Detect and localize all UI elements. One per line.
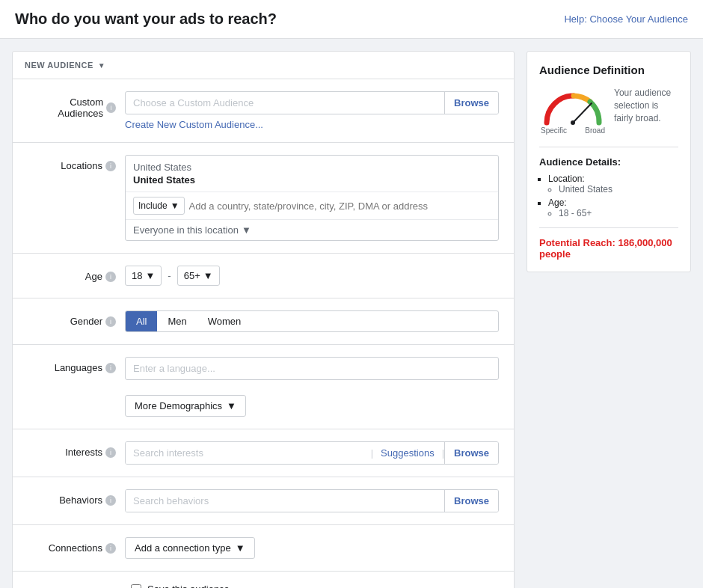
interests-input[interactable] [126,442,371,464]
location-item-bold: United States [133,174,491,186]
save-audience-label: Save this audience [147,584,230,588]
languages-label: Languages i [28,357,125,373]
languages-section: Languages i More Demographics ▼ [13,345,514,429]
new-audience-dropdown-icon[interactable]: ▼ [98,61,105,70]
main-panel: NEW AUDIENCE ▼ Custom Audiences i Browse [12,51,515,588]
custom-audiences-browse-button[interactable]: Browse [444,92,498,114]
interests-control: | Suggestions | Browse [125,441,499,465]
more-demographics-row: More Demographics ▼ [28,388,499,417]
location-search-input[interactable] [189,200,491,212]
custom-audiences-input-group: Browse [125,91,499,114]
age-to-dropdown-icon: ▼ [203,270,213,281]
age-dash: - [168,270,171,281]
interests-info-icon[interactable]: i [105,447,116,458]
audience-details-title: Audience Details: [539,156,678,168]
help-link[interactable]: Help: Choose Your Audience [564,13,688,25]
gender-women-button[interactable]: Women [197,311,252,331]
right-panel: Audience Definition [527,51,691,588]
age-row-controls: 18 ▼ - 65+ ▼ [125,266,499,286]
behaviors-info-icon[interactable]: i [105,495,116,506]
age-row: Age i 18 ▼ - 65+ ▼ [28,266,499,286]
everyone-select[interactable]: Everyone in this location ▼ [133,224,251,236]
custom-audiences-label: Custom Audiences i [28,91,125,119]
age-to-select[interactable]: 65+ ▼ [177,266,220,286]
behaviors-row: Behaviors i Browse [28,489,499,512]
custom-audiences-section: Custom Audiences i Browse Create New Cus… [13,79,514,143]
more-demographics-button[interactable]: More Demographics ▼ [125,395,246,417]
custom-audiences-row: Custom Audiences i Browse Create New Cus… [28,91,499,130]
reach-divider [539,227,678,228]
connections-info-icon[interactable]: i [105,543,116,554]
age-info-icon[interactable]: i [105,272,116,282]
interests-section: Interests i | Suggestions | Browse [13,429,514,477]
behaviors-label: Behaviors i [28,489,125,506]
age-sub-list: 18 - 65+ [548,208,678,218]
interests-row: Interests i | Suggestions | Browse [28,441,499,465]
svg-point-1 [571,120,575,125]
age-section: Age i 18 ▼ - 65+ ▼ [13,254,514,298]
languages-row: Languages i [28,357,499,380]
gauge-labels: Specific Broad [539,126,607,135]
interests-browse-button[interactable]: Browse [444,442,498,464]
potential-reach: Potential Reach: 186,000,000 people [539,237,678,260]
gender-section: Gender i All Men Women [13,298,514,345]
audience-definition-title: Audience Definition [539,64,678,76]
interests-suggestions-button[interactable]: Suggestions [373,442,442,464]
gender-all-button[interactable]: All [126,311,157,331]
behaviors-control: Browse [125,489,499,512]
custom-audiences-input[interactable] [126,92,444,114]
interests-label: Interests i [28,441,125,458]
include-select[interactable]: Include ▼ [133,197,185,215]
save-audience-row: Save this audience [13,572,514,588]
broad-label: Broad [585,126,605,135]
include-dropdown-icon: ▼ [171,200,179,211]
age-control: 18 ▼ - 65+ ▼ [125,266,499,286]
languages-input[interactable] [125,357,499,380]
languages-info-icon[interactable]: i [105,363,116,373]
behaviors-browse-button[interactable]: Browse [444,490,498,512]
divider [539,147,678,147]
page-title: Who do you want your ads to reach? [15,10,277,28]
more-demographics-dropdown-icon: ▼ [227,400,236,411]
page-wrapper: Who do you want your ads to reach? Help:… [0,0,703,588]
custom-audiences-control: Browse Create New Custom Audience... [125,91,499,130]
locations-info-icon[interactable]: i [105,161,116,171]
age-from-select[interactable]: 18 ▼ [125,266,162,286]
gauge-container: Specific Broad Your audience selection i… [539,87,678,135]
locations-section: Locations i United States United States … [13,143,514,254]
location-box: United States United States Include ▼ [125,155,499,241]
content-area: NEW AUDIENCE ▼ Custom Audiences i Browse [0,39,703,588]
behaviors-input-group: Browse [125,489,499,512]
age-label: Age i [28,266,125,282]
behaviors-input[interactable] [126,490,444,512]
new-audience-label: NEW AUDIENCE [25,61,93,70]
specific-label: Specific [541,126,567,135]
svg-line-0 [573,103,592,123]
audience-definition-panel: Audience Definition [527,51,691,272]
locations-row: Locations i United States United States … [28,155,499,241]
save-audience-checkbox[interactable] [131,584,141,589]
connections-control: Add a connection type ▼ [125,537,499,559]
location-selected-area: United States United States [126,156,498,192]
age-value: 18 - 65+ [559,208,678,218]
gauge-visual: Specific Broad [539,87,607,135]
gender-button-group: All Men Women [125,310,499,332]
behaviors-section: Behaviors i Browse [13,477,514,525]
location-detail: Location: United States [548,174,678,195]
add-connection-type-button[interactable]: Add a connection type ▼ [125,537,255,559]
create-custom-audience-link[interactable]: Create New Custom Audience... [125,119,499,130]
locations-control: United States United States Include ▼ [125,155,499,241]
connections-row: Connections i Add a connection type ▼ [28,537,499,559]
custom-audiences-info-icon[interactable]: i [106,102,116,113]
location-value: United States [559,184,678,195]
interests-input-group: | Suggestions | Browse [125,441,499,465]
connections-section: Connections i Add a connection type ▼ [13,525,514,572]
gender-control: All Men Women [125,310,499,332]
gender-men-button[interactable]: Men [157,311,197,331]
age-detail: Age: 18 - 65+ [548,197,678,218]
gender-info-icon[interactable]: i [105,316,116,327]
location-sub-list: United States [548,184,678,195]
gender-row: Gender i All Men Women [28,310,499,332]
audience-details-list: Location: United States Age: 18 - 65+ [539,174,678,218]
audience-section-header: NEW AUDIENCE ▼ [13,52,514,79]
